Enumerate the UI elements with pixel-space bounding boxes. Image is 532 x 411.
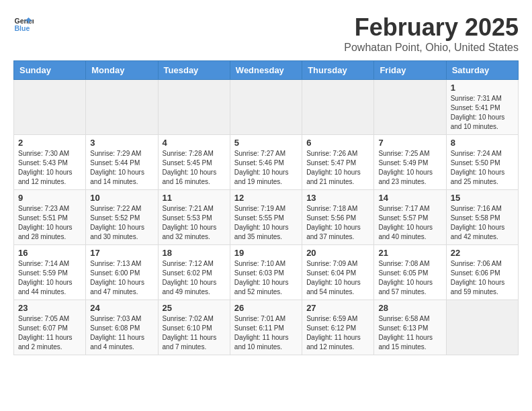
day-info: Sunrise: 7:31 AMSunset: 5:41 PMDaylight:… xyxy=(451,95,505,130)
day-number: 8 xyxy=(451,138,514,148)
day-cell: 6 Sunrise: 7:26 AMSunset: 5:47 PMDayligh… xyxy=(302,135,374,190)
day-number: 6 xyxy=(306,138,369,148)
day-info: Sunrise: 7:01 AMSunset: 6:11 PMDaylight:… xyxy=(234,315,289,351)
day-number: 9 xyxy=(18,193,81,203)
day-number: 18 xyxy=(163,248,226,258)
day-cell: 25 Sunrise: 7:02 AMSunset: 6:10 PMDaylig… xyxy=(158,300,230,355)
day-number: 10 xyxy=(90,193,153,203)
day-cell: 7 Sunrise: 7:25 AMSunset: 5:49 PMDayligh… xyxy=(374,135,446,190)
day-info: Sunrise: 7:02 AMSunset: 6:10 PMDaylight:… xyxy=(163,315,217,351)
day-cell: 8 Sunrise: 7:24 AMSunset: 5:50 PMDayligh… xyxy=(446,135,518,190)
week-row-1: 1 Sunrise: 7:31 AMSunset: 5:41 PMDayligh… xyxy=(14,80,519,135)
day-number: 13 xyxy=(306,193,369,203)
day-info: Sunrise: 7:29 AMSunset: 5:44 PMDaylight:… xyxy=(90,150,144,185)
day-info: Sunrise: 7:28 AMSunset: 5:45 PMDaylight:… xyxy=(163,150,217,185)
day-info: Sunrise: 7:14 AMSunset: 5:59 PMDaylight:… xyxy=(18,260,73,295)
day-cell xyxy=(14,80,86,135)
day-info: Sunrise: 7:24 AMSunset: 5:50 PMDaylight:… xyxy=(451,150,505,185)
day-info: Sunrise: 7:05 AMSunset: 6:07 PMDaylight:… xyxy=(18,315,73,351)
day-info: Sunrise: 7:21 AMSunset: 5:53 PMDaylight:… xyxy=(163,205,217,240)
day-cell: 9 Sunrise: 7:23 AMSunset: 5:51 PMDayligh… xyxy=(14,190,86,245)
day-cell: 18 Sunrise: 7:12 AMSunset: 6:02 PMDaylig… xyxy=(158,245,230,300)
day-number: 7 xyxy=(378,138,441,148)
day-cell: 26 Sunrise: 7:01 AMSunset: 6:11 PMDaylig… xyxy=(230,300,302,355)
day-cell: 19 Sunrise: 7:10 AMSunset: 6:03 PMDaylig… xyxy=(230,245,302,300)
day-number: 22 xyxy=(451,248,514,258)
weekday-header-sunday: Sunday xyxy=(14,61,86,80)
day-cell: 4 Sunrise: 7:28 AMSunset: 5:45 PMDayligh… xyxy=(158,135,230,190)
month-year-title: February 2025 xyxy=(344,13,519,42)
weekday-header-tuesday: Tuesday xyxy=(158,61,230,80)
day-info: Sunrise: 7:16 AMSunset: 5:58 PMDaylight:… xyxy=(451,205,505,240)
day-cell: 21 Sunrise: 7:08 AMSunset: 6:05 PMDaylig… xyxy=(374,245,446,300)
logo: General Blue xyxy=(13,13,34,34)
week-row-5: 23 Sunrise: 7:05 AMSunset: 6:07 PMDaylig… xyxy=(14,300,519,355)
day-info: Sunrise: 7:03 AMSunset: 6:08 PMDaylight:… xyxy=(90,315,144,351)
day-info: Sunrise: 7:08 AMSunset: 6:05 PMDaylight:… xyxy=(378,260,433,295)
day-number: 15 xyxy=(451,193,514,203)
day-number: 27 xyxy=(306,303,369,313)
day-cell: 20 Sunrise: 7:09 AMSunset: 6:04 PMDaylig… xyxy=(302,245,374,300)
day-info: Sunrise: 7:12 AMSunset: 6:02 PMDaylight:… xyxy=(163,260,217,295)
day-cell xyxy=(86,80,158,135)
weekday-header-wednesday: Wednesday xyxy=(230,61,302,80)
day-info: Sunrise: 7:09 AMSunset: 6:04 PMDaylight:… xyxy=(306,260,361,295)
day-number: 23 xyxy=(18,303,81,313)
day-cell: 14 Sunrise: 7:17 AMSunset: 5:57 PMDaylig… xyxy=(374,190,446,245)
day-cell xyxy=(446,300,518,355)
day-number: 2 xyxy=(18,138,81,148)
day-info: Sunrise: 7:10 AMSunset: 6:03 PMDaylight:… xyxy=(234,260,289,295)
day-cell: 22 Sunrise: 7:06 AMSunset: 6:06 PMDaylig… xyxy=(446,245,518,300)
day-cell: 23 Sunrise: 7:05 AMSunset: 6:07 PMDaylig… xyxy=(14,300,86,355)
weekday-header-saturday: Saturday xyxy=(446,61,518,80)
day-cell: 1 Sunrise: 7:31 AMSunset: 5:41 PMDayligh… xyxy=(446,80,518,135)
day-number: 28 xyxy=(378,303,441,313)
day-number: 5 xyxy=(234,138,298,148)
day-cell: 13 Sunrise: 7:18 AMSunset: 5:56 PMDaylig… xyxy=(302,190,374,245)
day-info: Sunrise: 7:27 AMSunset: 5:46 PMDaylight:… xyxy=(234,150,289,185)
day-cell: 17 Sunrise: 7:13 AMSunset: 6:00 PMDaylig… xyxy=(86,245,158,300)
day-info: Sunrise: 7:13 AMSunset: 6:00 PMDaylight:… xyxy=(90,260,144,295)
day-cell: 2 Sunrise: 7:30 AMSunset: 5:43 PMDayligh… xyxy=(14,135,86,190)
title-block: February 2025 Powhatan Point, Ohio, Unit… xyxy=(344,13,519,54)
day-cell xyxy=(158,80,230,135)
day-info: Sunrise: 7:19 AMSunset: 5:55 PMDaylight:… xyxy=(234,205,289,240)
day-number: 17 xyxy=(90,248,153,258)
day-info: Sunrise: 7:17 AMSunset: 5:57 PMDaylight:… xyxy=(378,205,433,240)
day-info: Sunrise: 6:58 AMSunset: 6:13 PMDaylight:… xyxy=(378,315,433,351)
day-number: 19 xyxy=(234,248,298,258)
weekday-header-friday: Friday xyxy=(374,61,446,80)
day-number: 20 xyxy=(306,248,369,258)
weekday-header-thursday: Thursday xyxy=(302,61,374,80)
day-number: 16 xyxy=(18,248,81,258)
day-number: 21 xyxy=(378,248,441,258)
day-cell: 5 Sunrise: 7:27 AMSunset: 5:46 PMDayligh… xyxy=(230,135,302,190)
day-cell: 16 Sunrise: 7:14 AMSunset: 5:59 PMDaylig… xyxy=(14,245,86,300)
day-cell: 10 Sunrise: 7:22 AMSunset: 5:52 PMDaylig… xyxy=(86,190,158,245)
calendar-table: SundayMondayTuesdayWednesdayThursdayFrid… xyxy=(13,60,519,355)
day-info: Sunrise: 6:59 AMSunset: 6:12 PMDaylight:… xyxy=(306,315,361,351)
day-cell: 15 Sunrise: 7:16 AMSunset: 5:58 PMDaylig… xyxy=(446,190,518,245)
day-number: 11 xyxy=(163,193,226,203)
location-subtitle: Powhatan Point, Ohio, United States xyxy=(344,42,519,54)
day-cell xyxy=(230,80,302,135)
day-cell: 24 Sunrise: 7:03 AMSunset: 6:08 PMDaylig… xyxy=(86,300,158,355)
day-number: 4 xyxy=(163,138,226,148)
weekday-header-monday: Monday xyxy=(86,61,158,80)
week-row-2: 2 Sunrise: 7:30 AMSunset: 5:43 PMDayligh… xyxy=(14,135,519,190)
weekday-header-row: SundayMondayTuesdayWednesdayThursdayFrid… xyxy=(14,61,519,80)
day-cell xyxy=(374,80,446,135)
day-info: Sunrise: 7:06 AMSunset: 6:06 PMDaylight:… xyxy=(451,260,505,295)
day-info: Sunrise: 7:23 AMSunset: 5:51 PMDaylight:… xyxy=(18,205,73,240)
week-row-4: 16 Sunrise: 7:14 AMSunset: 5:59 PMDaylig… xyxy=(14,245,519,300)
day-number: 25 xyxy=(163,303,226,313)
day-number: 14 xyxy=(378,193,441,203)
day-cell: 3 Sunrise: 7:29 AMSunset: 5:44 PMDayligh… xyxy=(86,135,158,190)
day-info: Sunrise: 7:22 AMSunset: 5:52 PMDaylight:… xyxy=(90,205,144,240)
day-info: Sunrise: 7:25 AMSunset: 5:49 PMDaylight:… xyxy=(378,150,433,185)
day-info: Sunrise: 7:30 AMSunset: 5:43 PMDaylight:… xyxy=(18,150,73,185)
svg-text:Blue: Blue xyxy=(15,24,30,32)
day-number: 26 xyxy=(234,303,298,313)
day-cell xyxy=(302,80,374,135)
day-info: Sunrise: 7:18 AMSunset: 5:56 PMDaylight:… xyxy=(306,205,361,240)
